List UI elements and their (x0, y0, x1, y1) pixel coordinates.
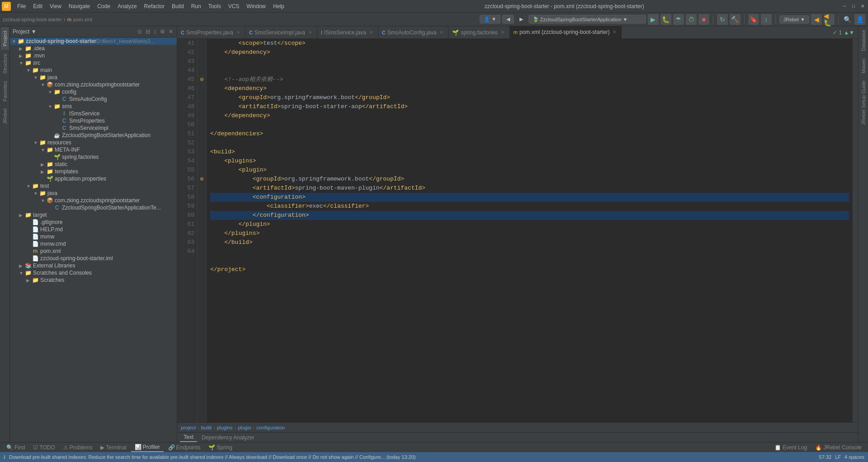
menu-refactor[interactable]: Refactor (141, 2, 168, 11)
right-tab-jrebel-setup[interactable]: JRebel Setup Guide (859, 77, 868, 129)
gutter-45[interactable]: ⚙ (198, 75, 206, 84)
right-tab-maven[interactable]: Maven (859, 55, 868, 77)
nav-down-icon[interactable]: ▼ (849, 29, 854, 36)
breadcrumb-file[interactable]: pom.xml (73, 17, 92, 22)
status-message[interactable]: Download pre-built shared indexes: Reduc… (9, 454, 415, 460)
tree-package[interactable]: ▼ 📦 com.zking.zzcloudspringbootstarter (10, 81, 177, 88)
breadcrumb-project[interactable]: zzcloud-spring-boot-starter (3, 17, 62, 22)
bc-project[interactable]: project (181, 425, 196, 430)
search-everywhere-icon[interactable]: 🔍 (842, 14, 853, 24)
tree-root[interactable]: ▼ 📁 zzcloud-spring-boot-starter D:\files… (10, 38, 177, 45)
tree-meta-inf[interactable]: ▼ 📁 META-INF (10, 146, 177, 153)
sidebar-tab-favorites[interactable]: Favorites (1, 77, 9, 105)
tab-sms-service-impl[interactable]: C SmsServiceImpl.java ✕ (245, 26, 317, 39)
menu-window[interactable]: Window (243, 2, 269, 11)
tree-static[interactable]: ▶ 📁 static (10, 161, 177, 168)
tree-src[interactable]: ▼ 📁 src (10, 59, 177, 67)
bc-build[interactable]: build (201, 425, 212, 430)
sort-icon[interactable]: ↕ (153, 28, 157, 36)
bc-configuration[interactable]: configuration (256, 425, 285, 430)
menu-edit[interactable]: Edit (29, 2, 46, 11)
tree-test-java[interactable]: ▼ 📁 java (10, 190, 177, 197)
tree-scratches[interactable]: ▼ 📁 Scratches and Consoles (10, 269, 177, 276)
tab-pom-xml[interactable]: m pom.xml (zzcloud-spring-boot-starter) … (510, 26, 622, 39)
locate-icon[interactable]: ⊙ (137, 28, 143, 36)
tree-test-package[interactable]: ▼ 📦 com.zking.zzcloudspringbootstarter (10, 197, 177, 204)
tab-sms-properties[interactable]: C SmsProperties.java ✕ (177, 26, 245, 39)
tree-config[interactable]: ▼ 📁 config (10, 88, 177, 95)
menu-tools[interactable]: Tools (205, 2, 225, 11)
settings-btn[interactable]: 👤 (854, 14, 865, 25)
tree-sms[interactable]: ▼ 📁 sms (10, 103, 177, 110)
btm-terminal[interactable]: ▶ Terminal (97, 443, 130, 452)
tab-pom-close[interactable]: ✕ (611, 29, 618, 35)
tree-app-props[interactable]: ▶ 🌱 application.properties (10, 175, 177, 182)
update-btn[interactable]: ↻ (717, 14, 728, 25)
status-indent[interactable]: 4 spaces (844, 454, 864, 460)
bc-plugins[interactable]: plugins (217, 425, 233, 430)
nav-up-icon[interactable]: ▲ (844, 29, 849, 36)
build-btn[interactable]: 🔨 (730, 14, 741, 25)
profile-button[interactable]: ⏱ (686, 14, 697, 25)
tree-target[interactable]: ▶ 📁 target (10, 211, 177, 219)
sidebar-tab-project[interactable]: Project (1, 27, 9, 50)
tab-sms-auto-config[interactable]: C SmsAutoConfig.java ✕ (378, 26, 449, 39)
tree-ext-libs[interactable]: ▶ 📚 External Libraries (10, 262, 177, 269)
tab-sms-impl-close[interactable]: ✕ (307, 29, 313, 35)
run-config-selector[interactable]: 🍃 ZzcloudSpringBootStarterApplication ▼ (528, 15, 646, 24)
bc-plugin[interactable]: plugin (238, 425, 251, 430)
btm-jrebel-console[interactable]: 🔥 JRebel Console (811, 443, 865, 452)
minimize-button[interactable]: ─ (841, 3, 848, 10)
menu-view[interactable]: View (46, 2, 65, 11)
close-panel-icon[interactable]: ✕ (168, 28, 174, 36)
git-btn[interactable]: ↕ (761, 14, 772, 25)
forward-btn[interactable]: ▶ (516, 15, 527, 23)
tree-gitignore[interactable]: ▶ 📄 .gitignore (10, 219, 177, 226)
menu-help[interactable]: Help (269, 2, 288, 11)
btm-problems[interactable]: ⚠ Problems (60, 443, 96, 452)
editor-scrollbar[interactable] (853, 39, 858, 422)
gutter-56[interactable]: ⚙ (198, 175, 206, 184)
menu-build[interactable]: Build (168, 2, 188, 11)
tree-isms-service[interactable]: ▶ I ISmsService (10, 110, 177, 117)
jrebel-debug-btn[interactable]: ◀🐛 (824, 14, 835, 25)
debug-button[interactable]: 🐛 (660, 14, 671, 25)
tree-test[interactable]: ▼ 📁 test (10, 182, 177, 190)
close-button[interactable]: ✕ (859, 3, 866, 10)
tree-main[interactable]: ▼ 📁 main (10, 67, 177, 74)
tree-java[interactable]: ▼ 📁 java (10, 74, 177, 81)
maximize-button[interactable]: □ (850, 3, 857, 10)
btm-todo[interactable]: ☑ TODO (29, 443, 58, 452)
tree-helpmd[interactable]: ▶ 📄 HELP.md (10, 226, 177, 233)
tree-test-app[interactable]: ▶ C ZzcloudSpringBootStarterApplicationT… (10, 204, 177, 211)
tab-isms-service[interactable]: I ISmsService.java ✕ (317, 26, 378, 39)
run-button[interactable]: ▶ (648, 14, 659, 25)
tree-sms-properties[interactable]: ▶ C SmsProperties (10, 117, 177, 124)
menu-vcs[interactable]: VCS (225, 2, 243, 11)
back-btn[interactable]: ◀ (502, 15, 514, 24)
status-encoding[interactable]: LF (835, 454, 841, 460)
tree-sms-service-impl[interactable]: ▶ C SmsServiceImpl (10, 124, 177, 132)
tab-spring-factories[interactable]: 🌱 spring.factories ✕ (448, 26, 509, 39)
btm-tab-text[interactable]: Text (180, 433, 197, 442)
btm-tab-dependency[interactable]: Dependency Analyzer (198, 433, 258, 442)
tab-sms-props-close[interactable]: ✕ (235, 29, 241, 35)
tree-scratches-sub[interactable]: ▶ 📁 Scratches (10, 276, 177, 284)
tree-templates[interactable]: ▶ 📁 templates (10, 168, 177, 175)
coverage-button[interactable]: ☂ (673, 14, 684, 25)
jrebel-btn[interactable]: JRebel ▼ (779, 15, 809, 24)
settings-icon[interactable]: ⚙ (159, 28, 166, 36)
btm-endpoints[interactable]: 🔗 Endpoints (165, 443, 204, 452)
tree-pom[interactable]: ▶ m pom.xml (10, 248, 177, 255)
tree-mvnw[interactable]: ▶ 📄 mvnw (10, 233, 177, 240)
collapse-icon[interactable]: ⊟ (145, 28, 151, 36)
sidebar-tab-jrebel[interactable]: JRebel (1, 105, 9, 128)
btm-spring[interactable]: 🌱 Spring (205, 443, 236, 452)
tree-spring-factories[interactable]: ▶ 🌱 spring.factories (10, 153, 177, 161)
menu-run[interactable]: Run (188, 2, 205, 11)
status-position[interactable]: 57:32 (819, 454, 832, 460)
tab-isms-close[interactable]: ✕ (368, 29, 374, 35)
tree-main-app[interactable]: ▶ ☕ ZzcloudSpringBootStarterApplication (10, 132, 177, 139)
tree-idea[interactable]: ▶ 📁 .idea (10, 45, 177, 52)
tab-sms-auto-close[interactable]: ✕ (438, 29, 444, 35)
